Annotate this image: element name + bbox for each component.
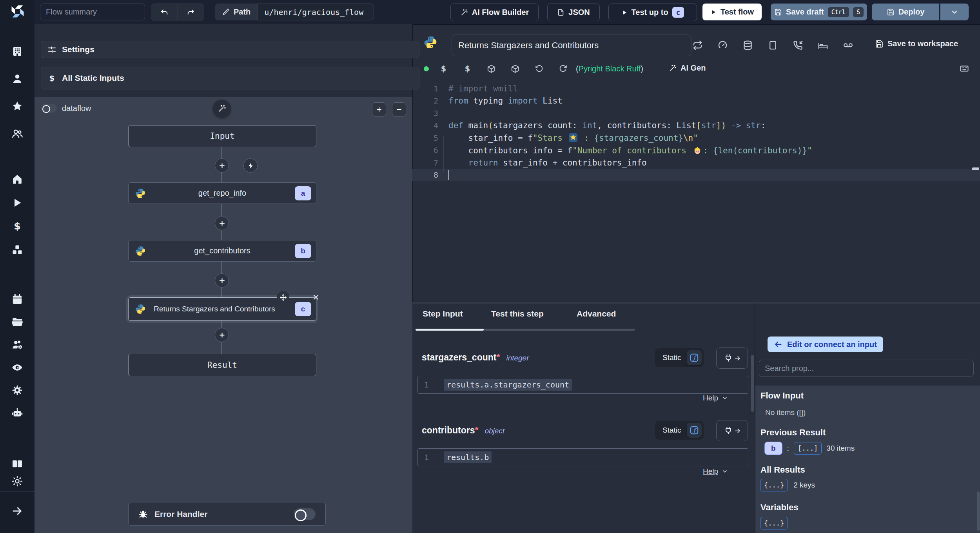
result-key-badge[interactable]: b bbox=[764, 442, 782, 455]
test-flow-button[interactable]: Test flow bbox=[702, 4, 762, 20]
path-edit-button[interactable]: Path bbox=[215, 4, 258, 20]
ai-gen-button[interactable]: AI Gen bbox=[669, 64, 706, 73]
flow-node-step-a[interactable]: get_repo_info a bbox=[128, 182, 316, 204]
user-icon[interactable] bbox=[11, 73, 23, 85]
connect-input-button[interactable] bbox=[716, 420, 748, 441]
tab-advanced[interactable]: Advanced bbox=[577, 309, 616, 318]
square-icon[interactable] bbox=[768, 40, 778, 51]
sun-icon[interactable] bbox=[11, 475, 23, 487]
zoom-in-button[interactable] bbox=[372, 102, 386, 116]
deploy-button[interactable]: Deploy bbox=[872, 4, 939, 20]
tab-step-input[interactable]: Step Input bbox=[423, 309, 463, 318]
function-mode-segment[interactable]: ƒ bbox=[687, 350, 702, 365]
database-icon[interactable] bbox=[742, 40, 753, 51]
code-line[interactable]: 8 bbox=[412, 169, 980, 182]
object-expand-badge[interactable]: {...} bbox=[760, 479, 788, 491]
path-value-input[interactable]: u/henri/gracious_flow bbox=[258, 4, 374, 20]
code-line[interactable]: 3 bbox=[412, 107, 980, 120]
ai-flow-builder-button[interactable]: AI Flow Builder bbox=[450, 4, 539, 21]
refresh-icon[interactable] bbox=[559, 64, 568, 73]
users-gear-icon[interactable] bbox=[11, 339, 23, 351]
error-handler-node[interactable]: Error Handler bbox=[128, 503, 326, 526]
lint-status[interactable]: (Pyright Black Ruff) bbox=[576, 64, 643, 73]
search-prop-input[interactable] bbox=[759, 360, 974, 377]
function-mode-segment[interactable]: ƒ bbox=[687, 423, 702, 438]
help-link[interactable]: Help bbox=[703, 467, 728, 476]
building-icon[interactable] bbox=[11, 45, 23, 57]
dataflow-toggle[interactable] bbox=[41, 104, 57, 113]
eye-icon[interactable] bbox=[11, 362, 23, 373]
dollar-icon[interactable]: $ bbox=[439, 64, 448, 73]
flow-node-step-b[interactable]: get_contributors b bbox=[128, 240, 316, 262]
add-step-button[interactable] bbox=[215, 158, 229, 173]
code-line[interactable]: 2from typing import List bbox=[412, 95, 980, 107]
undo-button[interactable] bbox=[151, 4, 178, 21]
code-line[interactable]: 5 star_info = f"Stars : {stargazers_coun… bbox=[412, 132, 980, 144]
object-expand-badge[interactable]: {...} bbox=[760, 517, 788, 529]
bot-icon[interactable] bbox=[11, 407, 23, 419]
expr-editor-contributors[interactable]: 1 results.b bbox=[417, 448, 748, 466]
static-fx-toggle[interactable]: Static ƒ bbox=[655, 421, 704, 440]
scrollbar-thumb[interactable] bbox=[977, 491, 980, 531]
scrollbar-marker[interactable] bbox=[972, 167, 979, 170]
error-handler-toggle[interactable] bbox=[294, 508, 316, 520]
code-editor[interactable]: 1# import wmill2from typing import List3… bbox=[412, 82, 980, 181]
windmill-logo[interactable] bbox=[10, 4, 25, 19]
phone-incoming-icon[interactable] bbox=[793, 40, 803, 51]
add-step-button[interactable] bbox=[215, 273, 229, 287]
code-line[interactable]: 1# import wmill bbox=[412, 82, 980, 95]
sidebar-nav-admin bbox=[0, 293, 34, 419]
repeat-icon[interactable] bbox=[692, 40, 703, 51]
zoom-out-button[interactable] bbox=[392, 102, 406, 116]
step-title-input[interactable]: Returns Stargazers and Contributors bbox=[452, 35, 691, 56]
voicemail-icon[interactable] bbox=[843, 40, 853, 51]
users-icon[interactable] bbox=[11, 128, 23, 140]
home-icon[interactable] bbox=[11, 173, 23, 185]
all-static-inputs-button[interactable]: $ All Static Inputs bbox=[41, 67, 419, 89]
array-expand-badge[interactable]: [...] bbox=[794, 442, 822, 455]
add-step-button[interactable] bbox=[215, 216, 229, 230]
move-node-handle[interactable] bbox=[277, 291, 289, 304]
add-step-button[interactable] bbox=[215, 328, 229, 342]
flow-settings-button[interactable]: Settings bbox=[41, 41, 419, 58]
scrollbar-thumb[interactable] bbox=[751, 355, 754, 412]
package-icon[interactable] bbox=[487, 64, 496, 73]
arrow-right-icon[interactable] bbox=[11, 505, 23, 517]
flow-node-input[interactable]: Input bbox=[128, 125, 316, 147]
code-line[interactable]: 6 contributors_info = f"Number of contri… bbox=[412, 144, 980, 157]
bed-icon[interactable] bbox=[818, 40, 828, 51]
keyboard-icon[interactable] bbox=[960, 64, 969, 73]
dollar-icon[interactable]: $ bbox=[11, 220, 23, 232]
static-fx-toggle[interactable]: Static ƒ bbox=[655, 348, 704, 367]
indent-guide bbox=[443, 136, 444, 173]
redo-button[interactable] bbox=[178, 4, 204, 21]
tab-test-this-step[interactable]: Test this step bbox=[491, 309, 544, 318]
code-line[interactable]: 7 return star_info + contributors_info bbox=[412, 156, 980, 169]
package-icon[interactable] bbox=[511, 64, 520, 73]
expr-editor-stargazers[interactable]: 1 results.a.stargazers_count bbox=[417, 376, 748, 394]
help-link[interactable]: Help bbox=[703, 394, 728, 402]
dollar-icon[interactable]: $ bbox=[463, 64, 472, 73]
star-icon[interactable] bbox=[11, 100, 23, 112]
json-button[interactable]: JSON bbox=[547, 4, 600, 21]
connect-input-button[interactable] bbox=[716, 347, 748, 369]
book-icon[interactable] bbox=[11, 458, 23, 470]
save-to-workspace-button[interactable]: Save to workspace bbox=[875, 39, 958, 48]
folder-icon[interactable] bbox=[11, 316, 23, 328]
rotate-ccw-icon[interactable] bbox=[535, 64, 544, 73]
deploy-dropdown-button[interactable] bbox=[940, 4, 969, 20]
gauge-icon[interactable] bbox=[717, 40, 728, 51]
code-line[interactable]: 4def main(stargazers_count: int, contrib… bbox=[412, 120, 980, 132]
gear-icon[interactable] bbox=[11, 384, 23, 396]
calendar-icon[interactable] bbox=[11, 293, 23, 305]
flow-node-result[interactable]: Result bbox=[128, 354, 316, 376]
close-icon[interactable] bbox=[312, 293, 320, 301]
boxes-icon[interactable] bbox=[11, 244, 23, 256]
save-draft-button[interactable]: Save draft Ctrl S bbox=[771, 4, 867, 20]
edit-or-connect-button[interactable]: Edit or connect an input bbox=[768, 337, 883, 352]
play-icon[interactable] bbox=[11, 197, 23, 209]
test-up-to-button[interactable]: Test up to c bbox=[608, 4, 697, 21]
trigger-button[interactable] bbox=[243, 158, 258, 173]
ai-wand-button[interactable] bbox=[213, 100, 231, 118]
flow-summary-input[interactable]: Flow summary bbox=[40, 4, 145, 20]
